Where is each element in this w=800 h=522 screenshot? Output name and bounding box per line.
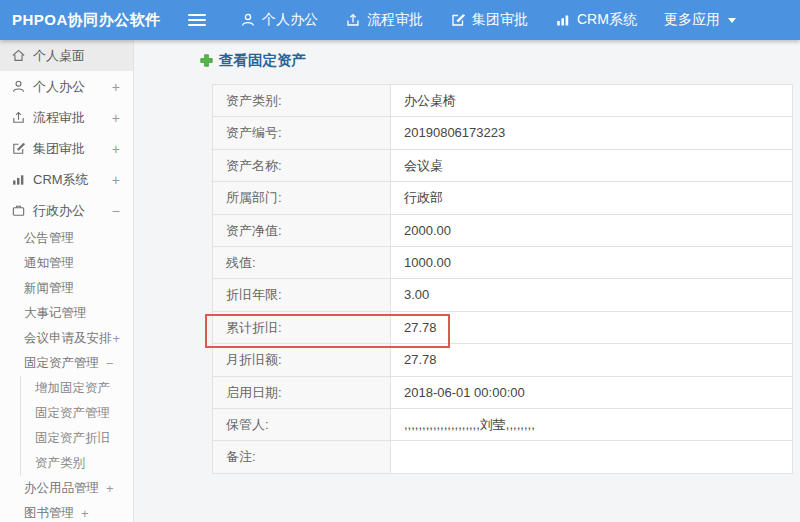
briefcase-icon bbox=[11, 203, 26, 218]
expand-indicator[interactable]: + bbox=[112, 172, 120, 188]
submenu-item-fixed-asset-manage[interactable]: 固定资产管理 bbox=[21, 401, 133, 426]
bar-chart-icon bbox=[11, 172, 26, 187]
topnav-item-crm[interactable]: CRM系统 bbox=[545, 0, 647, 40]
row-label: 保管人: bbox=[213, 409, 391, 440]
submenu-label: 通知管理 bbox=[24, 255, 74, 272]
submenu-item-fixed-asset-depreciation[interactable]: 固定资产折旧 bbox=[21, 426, 133, 451]
person-icon bbox=[11, 79, 26, 94]
table-row: 月折旧额:27.78 bbox=[213, 344, 793, 376]
edit-icon bbox=[11, 141, 26, 156]
sidebar-item-admin-office[interactable]: 行政办公 − bbox=[0, 195, 133, 226]
row-value: 2018-06-01 00:00:00 bbox=[391, 377, 793, 408]
sidebar-item-label: 个人办公 bbox=[33, 78, 85, 96]
topnav-label: 个人办公 bbox=[262, 11, 318, 29]
submenu-label: 办公用品管理 bbox=[24, 480, 99, 497]
sidebar-item-label: 行政办公 bbox=[33, 202, 85, 220]
row-value: 27.78 bbox=[391, 312, 793, 343]
submenu-label: 图书管理 bbox=[24, 505, 74, 522]
submenu-label: 固定资产管理 bbox=[24, 355, 99, 372]
topbar: PHPOA协同办公软件 个人办公 流程审批 集团审批 CRM系统 bbox=[0, 0, 800, 40]
sidebar-item-label: CRM系统 bbox=[33, 171, 89, 189]
sidebar-item-personal-office[interactable]: 个人办公 + bbox=[0, 71, 133, 102]
asset-detail-table: 资产类别:办公桌椅 资产编号:20190806173223 资产名称:会议桌 所… bbox=[212, 84, 793, 474]
submenu-label: 资产类别 bbox=[35, 455, 85, 472]
home-icon bbox=[11, 48, 26, 63]
table-row: 所属部门:行政部 bbox=[213, 182, 793, 214]
expand-indicator: + bbox=[81, 506, 89, 521]
submenu-item-books[interactable]: 图书管理 + bbox=[0, 501, 133, 522]
sidebar-item-workflow-approval[interactable]: 流程审批 + bbox=[0, 102, 133, 133]
expand-indicator: + bbox=[106, 481, 114, 496]
row-label: 所属部门: bbox=[213, 182, 391, 213]
submenu-item-asset-category[interactable]: 资产类别 bbox=[21, 451, 133, 476]
table-row: 资产名称:会议桌 bbox=[213, 150, 793, 182]
hamburger-menu-icon[interactable] bbox=[188, 14, 206, 26]
submenu-label: 大事记管理 bbox=[24, 305, 87, 322]
topnav-label: CRM系统 bbox=[577, 11, 637, 29]
admin-office-submenu: 公告管理 通知管理 新闻管理 大事记管理 会议申请及安排 + 固定资产管理 − bbox=[0, 226, 133, 522]
row-label: 月折旧额: bbox=[213, 344, 391, 375]
row-label: 启用日期: bbox=[213, 377, 391, 408]
row-label: 备注: bbox=[213, 441, 391, 472]
table-row: 备注: bbox=[213, 441, 793, 473]
row-value bbox=[391, 441, 793, 472]
flow-icon bbox=[345, 12, 361, 28]
topnav-item-workflow-approval[interactable]: 流程审批 bbox=[335, 0, 433, 40]
submenu-item-fixed-assets[interactable]: 固定资产管理 − bbox=[0, 351, 133, 376]
topnav-label: 流程审批 bbox=[367, 11, 423, 29]
caret-down-icon bbox=[728, 18, 736, 23]
row-label: 资产类别: bbox=[213, 85, 391, 116]
expand-indicator[interactable]: + bbox=[112, 79, 120, 95]
fixed-assets-submenu: 增加固定资产 固定资产管理 固定资产折旧 资产类别 bbox=[20, 376, 133, 476]
row-label: 资产编号: bbox=[213, 117, 391, 148]
row-value: ,,,,,,,,,,,,,,,,,,,,,刘莹,,,,,,,, bbox=[391, 409, 793, 440]
sidebar-item-group-approval[interactable]: 集团审批 + bbox=[0, 133, 133, 164]
sidebar-item-crm[interactable]: CRM系统 + bbox=[0, 164, 133, 195]
row-label: 累计折旧: bbox=[213, 312, 391, 343]
table-row: 保管人:,,,,,,,,,,,,,,,,,,,,,刘莹,,,,,,,, bbox=[213, 409, 793, 441]
edit-icon bbox=[450, 12, 466, 28]
table-row: 资产编号:20190806173223 bbox=[213, 117, 793, 149]
app-title: PHPOA协同办公软件 bbox=[0, 11, 175, 30]
submenu-item-office-supplies[interactable]: 办公用品管理 + bbox=[0, 476, 133, 501]
sidebar-item-label: 个人桌面 bbox=[33, 47, 85, 65]
submenu-label: 新闻管理 bbox=[24, 280, 74, 297]
row-label: 折旧年限: bbox=[213, 279, 391, 310]
row-value: 1000.00 bbox=[391, 247, 793, 278]
topnav-item-more-apps[interactable]: 更多应用 bbox=[654, 0, 746, 40]
submenu-label: 固定资产管理 bbox=[35, 405, 110, 422]
collapse-indicator: − bbox=[106, 356, 114, 371]
row-value: 3.00 bbox=[391, 279, 793, 310]
sidebar: 个人桌面 个人办公 + 流程审批 + 集团审批 + bbox=[0, 40, 134, 522]
page-header: 查看固定资产 bbox=[200, 51, 306, 70]
person-icon bbox=[240, 12, 256, 28]
row-value: 会议桌 bbox=[391, 150, 793, 181]
topnav-item-personal-office[interactable]: 个人办公 bbox=[230, 0, 328, 40]
submenu-item-meeting[interactable]: 会议申请及安排 + bbox=[0, 326, 133, 351]
submenu-label: 会议申请及安排 bbox=[24, 330, 112, 347]
submenu-item-notice[interactable]: 通知管理 bbox=[0, 251, 133, 276]
topnav-item-group-approval[interactable]: 集团审批 bbox=[440, 0, 538, 40]
submenu-label: 公告管理 bbox=[24, 230, 74, 247]
collapse-indicator[interactable]: − bbox=[112, 203, 120, 219]
table-row-accumulated-depreciation: 累计折旧:27.78 bbox=[213, 312, 793, 344]
sidebar-item-personal-desktop[interactable]: 个人桌面 bbox=[0, 40, 133, 71]
submenu-item-events[interactable]: 大事记管理 bbox=[0, 301, 133, 326]
table-row: 折旧年限:3.00 bbox=[213, 279, 793, 311]
bar-chart-icon bbox=[555, 12, 571, 28]
table-row: 资产类别:办公桌椅 bbox=[213, 85, 793, 117]
submenu-item-news[interactable]: 新闻管理 bbox=[0, 276, 133, 301]
main-content: 查看固定资产 资产类别:办公桌椅 资产编号:20190806173223 资产名… bbox=[134, 40, 800, 522]
submenu-item-announcement[interactable]: 公告管理 bbox=[0, 226, 133, 251]
table-row: 残值:1000.00 bbox=[213, 247, 793, 279]
row-value: 行政部 bbox=[391, 182, 793, 213]
row-label: 资产净值: bbox=[213, 215, 391, 246]
expand-indicator[interactable]: + bbox=[112, 110, 120, 126]
sidebar-item-label: 流程审批 bbox=[33, 109, 85, 127]
expand-indicator: + bbox=[113, 331, 121, 346]
flow-icon bbox=[11, 110, 26, 125]
row-value: 20190806173223 bbox=[391, 117, 793, 148]
expand-indicator[interactable]: + bbox=[112, 141, 120, 157]
page-title: 查看固定资产 bbox=[219, 51, 306, 70]
submenu-item-add-fixed-asset[interactable]: 增加固定资产 bbox=[21, 376, 133, 401]
